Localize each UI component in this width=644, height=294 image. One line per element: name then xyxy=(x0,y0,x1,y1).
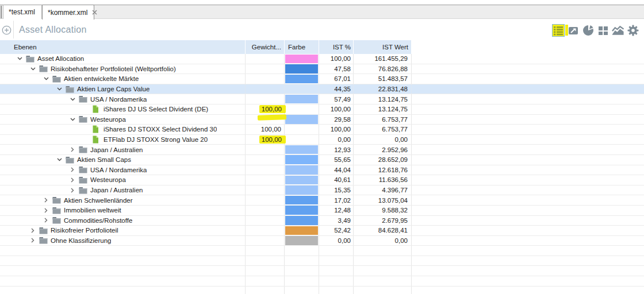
row-label: Aktien entwickelte Märkte xyxy=(64,75,139,82)
gewicht-cell xyxy=(246,226,285,235)
tree-row[interactable]: ETFlab DJ STOXX Strong Value 20100,000,0… xyxy=(0,135,644,145)
tab-fragment xyxy=(0,6,2,18)
gewicht-value-highlighted: 100,00 xyxy=(259,136,286,144)
collapse-chevron-icon[interactable] xyxy=(68,175,77,185)
farbe-cell xyxy=(285,54,319,64)
expand-chevron-icon[interactable] xyxy=(28,64,37,74)
expand-chevron-icon[interactable] xyxy=(55,155,64,165)
folder-icon xyxy=(52,75,62,83)
tree-cell: Westeuropa xyxy=(0,175,246,185)
collapse-chevron-icon[interactable] xyxy=(41,206,51,215)
gewicht-cell xyxy=(246,216,285,226)
ist-wert-cell: 6.753,77 xyxy=(354,125,412,134)
farbe-cell xyxy=(285,155,319,165)
tree-row[interactable]: Aktien Small Caps55,6528.652,09 xyxy=(0,155,644,165)
security-icon xyxy=(92,125,101,133)
ist-pct-cell: 40,61 xyxy=(319,175,354,185)
tab-label: *test.xml xyxy=(9,8,35,16)
chart-export-icon[interactable] xyxy=(567,24,580,37)
tree-row[interactable]: iShares DJ US Select Divident (DE)100,00… xyxy=(0,105,644,115)
tree-row[interactable]: iShares DJ STOXX Select Dividend 30100,0… xyxy=(0,125,644,135)
security-icon xyxy=(92,105,101,113)
expand-chevron-icon[interactable] xyxy=(15,54,24,64)
tree-row[interactable]: Japan / Australien12,932.952,96 xyxy=(0,145,644,155)
treemap-icon[interactable] xyxy=(597,24,610,37)
add-circle-icon[interactable] xyxy=(2,25,12,35)
column-header-ist-pct[interactable]: IST % xyxy=(319,40,354,54)
tree-row[interactable]: Ohne Klassifizierung0,000,00 xyxy=(0,236,644,246)
collapse-chevron-icon[interactable] xyxy=(68,165,77,175)
empty-cell xyxy=(285,276,319,286)
row-filler xyxy=(412,125,644,134)
farbe-cell xyxy=(285,94,319,104)
farbe-cell xyxy=(285,226,319,235)
empty-cell xyxy=(246,276,285,286)
security-icon xyxy=(92,136,101,144)
column-header-farbe[interactable]: Farbe xyxy=(285,40,319,54)
folder-icon xyxy=(79,176,88,184)
tab-kommer-xml[interactable]: *kommer.xml xyxy=(42,5,94,20)
row-label: Westeuropa xyxy=(90,176,126,183)
gewicht-cell xyxy=(246,145,285,154)
tab-test-xml[interactable]: *test.xml xyxy=(3,5,42,19)
column-header-ist-wert[interactable]: IST Wert xyxy=(354,40,412,54)
row-filler xyxy=(412,226,644,235)
row-label: Westeuropa xyxy=(90,116,126,123)
tree-row[interactable]: Aktien Schwellenländer17,0213.075,04 xyxy=(0,195,644,206)
settings-gear-icon[interactable] xyxy=(627,24,639,37)
collapse-chevron-icon[interactable] xyxy=(28,236,37,246)
expand-chevron-icon[interactable] xyxy=(41,74,51,84)
ist-wert-cell: 13.124,75 xyxy=(354,94,412,104)
tree-row[interactable]: USA / Nordamerika57,4913.124,75 xyxy=(0,94,644,105)
collapse-chevron-icon[interactable] xyxy=(41,195,51,205)
expand-chevron-icon[interactable] xyxy=(68,94,77,104)
tree-row[interactable]: Commodities/Rohstoffe3,492.679,95 xyxy=(0,216,644,226)
page-title: Asset Allocation xyxy=(19,19,87,40)
row-filler xyxy=(412,165,644,175)
area-chart-icon[interactable] xyxy=(612,24,624,37)
collapse-chevron-icon[interactable] xyxy=(68,145,77,154)
tree-row[interactable]: USA / Nordamerika44,0412.618,76 xyxy=(0,165,644,176)
folder-icon xyxy=(79,186,88,194)
row-label: Commodities/Rohstoffe xyxy=(64,217,132,224)
tree-row[interactable]: Risikobehafteter Portfolioteil (Weltport… xyxy=(0,64,644,75)
tree-row[interactable]: Westeuropa40,6111.636,56 xyxy=(0,175,644,185)
close-icon[interactable] xyxy=(91,9,98,16)
folder-icon xyxy=(52,196,62,204)
row-filler xyxy=(412,74,644,84)
row-filler xyxy=(412,185,644,195)
tree-row[interactable]: Asset Allocation100,00161.455,29 xyxy=(0,54,644,64)
ist-pct-cell: 44,04 xyxy=(319,165,354,175)
collapse-chevron-icon[interactable] xyxy=(41,216,51,226)
row-label: Japan / Australien xyxy=(90,187,143,194)
tree-row[interactable]: Aktien Large Caps Value44,3522.831,48 xyxy=(0,84,644,95)
column-header-gewicht[interactable]: Gewicht... xyxy=(246,40,285,54)
tree-row[interactable]: Risikofreier Portfolioteil52,4284.628,41 xyxy=(0,226,644,236)
gewicht-cell xyxy=(246,115,285,125)
tab-label: *kommer.xml xyxy=(48,9,87,17)
color-swatch xyxy=(285,165,318,175)
empty-row xyxy=(0,266,644,276)
tree-row[interactable]: Westeuropa29,586.753,77 xyxy=(0,115,644,125)
pie-chart-icon[interactable] xyxy=(582,24,595,37)
ist-pct-cell: 57,49 xyxy=(319,94,354,104)
expand-chevron-icon[interactable] xyxy=(55,84,64,94)
farbe-cell xyxy=(285,84,319,94)
column-header-ebenen[interactable]: Ebenen xyxy=(0,40,246,54)
gewicht-cell xyxy=(246,84,285,94)
tree-cell: Japan / Australien xyxy=(0,185,246,195)
ist-wert-cell: 84.628,41 xyxy=(354,226,412,235)
collapse-chevron-icon[interactable] xyxy=(28,226,37,235)
empty-cell xyxy=(412,266,644,276)
expand-chevron-icon[interactable] xyxy=(68,115,77,125)
farbe-cell xyxy=(285,165,319,175)
tree-row[interactable]: Immobilien weltweit12,489.588,32 xyxy=(0,206,644,216)
tree-cell: Aktien Schwellenländer xyxy=(0,195,246,205)
folder-icon xyxy=(79,146,88,154)
list-view-icon[interactable] xyxy=(552,24,565,37)
collapse-chevron-icon[interactable] xyxy=(68,185,77,195)
tree-row[interactable]: Aktien entwickelte Märkte67,0151.483,57 xyxy=(0,74,644,84)
ist-wert-cell: 22.831,48 xyxy=(354,84,412,94)
tree-row[interactable]: Japan / Australien15,354.396,77 xyxy=(0,185,644,196)
empty-cell xyxy=(0,246,246,256)
